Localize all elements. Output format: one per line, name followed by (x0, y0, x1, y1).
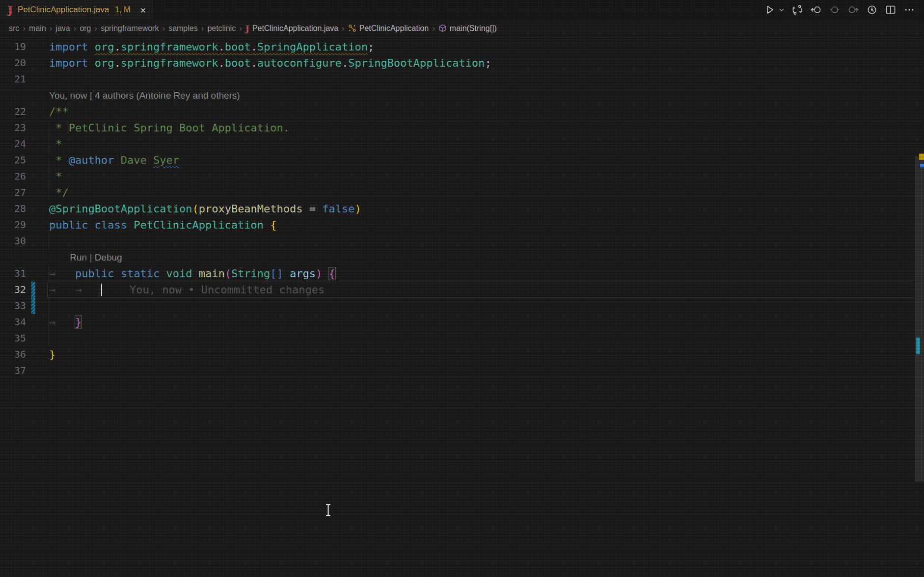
close-icon[interactable]: × (140, 5, 146, 15)
line-number[interactable]: 31 (0, 265, 26, 282)
mouse-ibeam-pointer (325, 503, 332, 519)
line-number[interactable]: 36 (0, 346, 26, 363)
code-line-36[interactable]: 36} (0, 346, 924, 363)
code-line-32[interactable]: 32→→You, now • Uncommitted changes (0, 282, 924, 298)
code-token: ) (316, 267, 322, 280)
code-line-22[interactable]: 22/** (0, 104, 924, 120)
run-dropdown-icon[interactable] (777, 2, 787, 17)
line-number[interactable]: 26 (0, 168, 26, 184)
line-number[interactable]: 30 (0, 233, 26, 249)
code-line-30[interactable]: 30 (0, 233, 924, 249)
line-number[interactable]: 22 (0, 104, 26, 120)
code-line-28[interactable]: 28@SpringBootApplication(proxyBeanMethod… (0, 201, 924, 217)
line-number[interactable]: 19 (0, 39, 26, 55)
line-number[interactable]: 33 (0, 298, 26, 314)
line-number[interactable]: 25 (0, 152, 26, 168)
line-number[interactable]: 35 (0, 330, 26, 346)
code-line-23[interactable]: 23 * PetClinic Spring Boot Application. (0, 120, 924, 136)
line-number[interactable]: 28 (0, 201, 26, 217)
timeline-icon[interactable] (864, 2, 880, 17)
line-number[interactable]: 37 (0, 363, 26, 379)
breadcrumb-item-main-string-[interactable]: main(String[]) (438, 24, 497, 33)
chevron-right-icon: › (50, 24, 53, 33)
code-text[interactable]: public class PetClinicApplication { (49, 217, 924, 233)
compare-changes-icon[interactable] (789, 2, 805, 17)
breadcrumb-item-petclinicapplication-java[interactable]: JPetClinicApplication.java (245, 24, 338, 33)
code-text[interactable] (49, 363, 924, 379)
line-number[interactable]: 34 (0, 314, 26, 330)
breadcrumb-item-petclinic[interactable]: petclinic (207, 24, 236, 33)
tab-bar: J PetClinicApplication.java 1, M × (0, 0, 924, 20)
line-number[interactable] (0, 249, 26, 265)
navigate-back-icon[interactable] (808, 2, 824, 17)
breadcrumb-label: main(String[]) (450, 24, 497, 33)
line-number[interactable]: 32 (0, 282, 26, 298)
breadcrumb-item-springframework[interactable]: springframework (101, 24, 159, 33)
code-token: { (270, 219, 276, 231)
code-lens-row[interactable]: Run | Debug (0, 249, 924, 265)
code-lens-link-debug[interactable]: Debug (95, 252, 122, 262)
code-text[interactable]: * (49, 168, 924, 184)
code-line-25[interactable]: 25 * @author Dave Syer (0, 152, 924, 168)
code-lens-link-run[interactable]: Run (70, 252, 87, 262)
vertical-scrollbar[interactable] (915, 156, 924, 482)
code-text[interactable]: →} (49, 314, 924, 330)
code-token: * PetClinic Spring Boot Application. (49, 122, 290, 134)
editor[interactable]: 19import org.springframework.boot.Spring… (0, 36, 924, 379)
code-line-37[interactable]: 37 (0, 363, 924, 379)
code-text[interactable]: } (49, 346, 924, 363)
code-text[interactable]: /** (49, 104, 924, 120)
line-number[interactable]: 29 (0, 217, 26, 233)
run-icon[interactable] (762, 2, 778, 17)
code-text[interactable] (49, 233, 924, 249)
breadcrumb-item-java[interactable]: java (55, 24, 70, 33)
code-text[interactable]: */ (49, 184, 924, 201)
code-text[interactable]: import org.springframework.boot.autoconf… (49, 55, 924, 71)
code-line-35[interactable]: 35 (0, 330, 924, 346)
code-lens-content[interactable]: Run | Debug (49, 249, 924, 265)
class-icon (348, 24, 356, 32)
code-text[interactable]: * @author Dave Syer (49, 152, 924, 168)
line-number[interactable]: 20 (0, 55, 26, 71)
code-token: public static (75, 267, 166, 280)
code-line-31[interactable]: 31→public static void main(String[] args… (0, 265, 924, 282)
code-line-29[interactable]: 29public class PetClinicApplication { (0, 217, 924, 233)
code-text[interactable]: import org.springframework.boot.SpringAp… (49, 39, 924, 55)
code-token: autoconfigure (257, 57, 342, 69)
tab-petclinicapplication[interactable]: J PetClinicApplication.java 1, M × (0, 0, 153, 20)
code-text[interactable]: * PetClinic Spring Boot Application. (49, 120, 924, 136)
code-line-27[interactable]: 27 */ (0, 184, 924, 201)
more-actions-icon[interactable] (901, 2, 917, 17)
split-editor-icon[interactable] (883, 2, 898, 17)
breadcrumb-item-petclinicapplication[interactable]: PetClinicApplication (348, 24, 429, 33)
navigate-forward-icon[interactable] (845, 2, 861, 17)
breadcrumb-item-org[interactable]: org (80, 24, 91, 33)
code-lens-content[interactable]: You, now | 4 authors (Antoine Rey and ot… (49, 87, 924, 104)
line-number[interactable]: 23 (0, 120, 26, 136)
code-text[interactable]: * (49, 136, 924, 152)
breadcrumb-item-main[interactable]: main (29, 24, 46, 33)
code-lens-row[interactable]: You, now | 4 authors (Antoine Rey and ot… (0, 87, 924, 104)
code-text[interactable]: @SpringBootApplication(proxyBeanMethods … (49, 201, 924, 217)
code-lens-link-you-now-4-authors-antoine-rey-and-others-[interactable]: You, now | 4 authors (Antoine Rey and ot… (49, 90, 240, 101)
line-number[interactable]: 21 (0, 71, 26, 87)
code-line-21[interactable]: 21 (0, 71, 924, 87)
breadcrumb-item-src[interactable]: src (9, 24, 19, 33)
code-text[interactable] (49, 71, 924, 87)
breakpoint-circle-icon[interactable] (827, 2, 842, 17)
line-number[interactable] (0, 87, 26, 104)
breadcrumb-item-samples[interactable]: samples (168, 24, 198, 33)
code-line-19[interactable]: 19import org.springframework.boot.Spring… (0, 39, 924, 55)
code-text[interactable]: →public static void main(String[] args) … (49, 265, 924, 282)
line-number[interactable]: 24 (0, 136, 26, 152)
overview-ruler-marker (919, 154, 924, 160)
code-text[interactable] (49, 298, 924, 314)
code-line-34[interactable]: 34→} (0, 314, 924, 330)
code-line-33[interactable]: 33 (0, 298, 924, 314)
code-text[interactable]: →→You, now • Uncommitted changes (49, 282, 924, 298)
line-number[interactable]: 27 (0, 184, 26, 201)
code-line-24[interactable]: 24 * (0, 136, 924, 152)
code-text[interactable] (49, 330, 924, 346)
code-line-26[interactable]: 26 * (0, 168, 924, 184)
code-line-20[interactable]: 20import org.springframework.boot.autoco… (0, 55, 924, 71)
